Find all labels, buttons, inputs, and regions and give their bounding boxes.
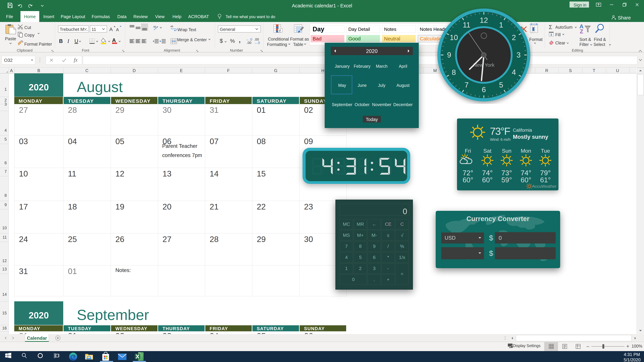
svg-text:1: 1	[499, 21, 503, 29]
svg-text:10: 10	[450, 33, 458, 41]
svg-text:9: 9	[447, 51, 451, 59]
svg-text:12: 12	[480, 16, 488, 24]
svg-text:ab: ab	[153, 25, 156, 28]
svg-text:2: 2	[512, 33, 516, 41]
svg-text:11: 11	[463, 21, 470, 29]
svg-text:≠: ≠	[279, 28, 281, 32]
svg-text:8: 8	[452, 68, 456, 76]
svg-text:3: 3	[516, 51, 520, 59]
svg-text:ab: ab	[170, 25, 173, 28]
svg-text:4: 4	[512, 68, 516, 76]
svg-text:5: 5	[499, 81, 503, 89]
svg-text:7: 7	[464, 81, 468, 89]
svg-text:6: 6	[482, 85, 486, 94]
